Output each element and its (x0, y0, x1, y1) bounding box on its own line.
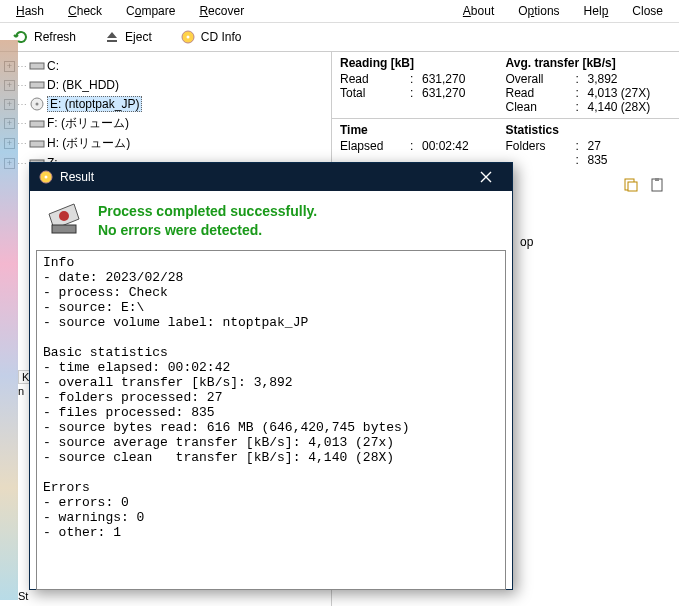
statistics-header: Statistics (506, 123, 672, 137)
cd-small-icon (38, 169, 54, 185)
drive-c[interactable]: +⋯C: (2, 57, 329, 75)
menu-hash[interactable]: Hash (6, 2, 54, 20)
op-text: op (520, 235, 533, 249)
menu-options[interactable]: Options (508, 2, 569, 20)
success-msg-2: No errors were detected. (98, 221, 317, 239)
dialog-title: Result (60, 170, 468, 184)
result-banner: Process completed successfully. No error… (30, 191, 512, 250)
drive-f[interactable]: +⋯F: (ボリューム) (2, 114, 329, 133)
menu-recover[interactable]: Recover (189, 2, 254, 20)
svg-rect-10 (628, 182, 637, 191)
drive-d[interactable]: +⋯D: (BK_HDD) (2, 76, 329, 94)
hdd-icon (29, 136, 45, 152)
svg-point-1 (186, 36, 189, 39)
success-msg-1: Process completed successfully. (98, 202, 317, 220)
svg-rect-16 (52, 225, 76, 233)
close-icon (480, 171, 492, 183)
drive-e[interactable]: +⋯E: (ntoptpak_JP) (2, 95, 329, 113)
svg-point-15 (59, 211, 69, 221)
drive-h[interactable]: +⋯H: (ボリューム) (2, 134, 329, 153)
svg-rect-3 (30, 82, 44, 88)
reading-header: Reading [kB] (340, 56, 506, 70)
eject-label: Eject (125, 30, 152, 44)
hdd-icon (29, 116, 45, 132)
menu-hash-label: ash (25, 4, 44, 18)
status-st: St (18, 590, 28, 602)
hdd-icon (29, 77, 45, 93)
close-button[interactable] (468, 165, 504, 189)
menubar: Hash Check Compare Recover About Options… (0, 0, 679, 23)
cd-icon (180, 29, 196, 45)
dialog-titlebar[interactable]: Result (30, 163, 512, 191)
svg-rect-12 (655, 178, 659, 181)
toolbar: Refresh Eject CD Info (0, 23, 679, 52)
svg-point-5 (36, 103, 39, 106)
menu-close[interactable]: Close (622, 2, 673, 20)
time-header: Time (340, 123, 506, 137)
refresh-label: Refresh (34, 30, 76, 44)
eject-button[interactable]: Eject (97, 26, 159, 48)
cd-drive-icon (29, 96, 45, 112)
cdinfo-label: CD Info (201, 30, 242, 44)
svg-point-14 (45, 176, 48, 179)
hdd-icon (29, 58, 45, 74)
paste-icon[interactable] (649, 177, 665, 193)
result-log[interactable]: Info - date: 2023/02/28 - process: Check… (36, 250, 506, 590)
menu-compare[interactable]: Compare (116, 2, 185, 20)
drive-art-icon (44, 199, 84, 242)
svg-rect-7 (30, 141, 44, 147)
svg-rect-2 (30, 63, 44, 69)
result-dialog: Result Process completed successfully. N… (29, 162, 513, 590)
menu-check[interactable]: Check (58, 2, 112, 20)
transfer-header: Avg. transfer [kB/s] (506, 56, 672, 70)
svg-rect-6 (30, 121, 44, 127)
eject-icon (104, 29, 120, 45)
menu-help[interactable]: Help (574, 2, 619, 20)
copy-icon[interactable] (623, 177, 639, 193)
stats-reading: Reading [kB] Read:631,270 Total:631,270 … (332, 52, 679, 119)
cdinfo-button[interactable]: CD Info (173, 26, 249, 48)
letter-n: n (18, 385, 24, 397)
sidebar-decoration (0, 40, 18, 600)
menu-about[interactable]: About (453, 2, 504, 20)
